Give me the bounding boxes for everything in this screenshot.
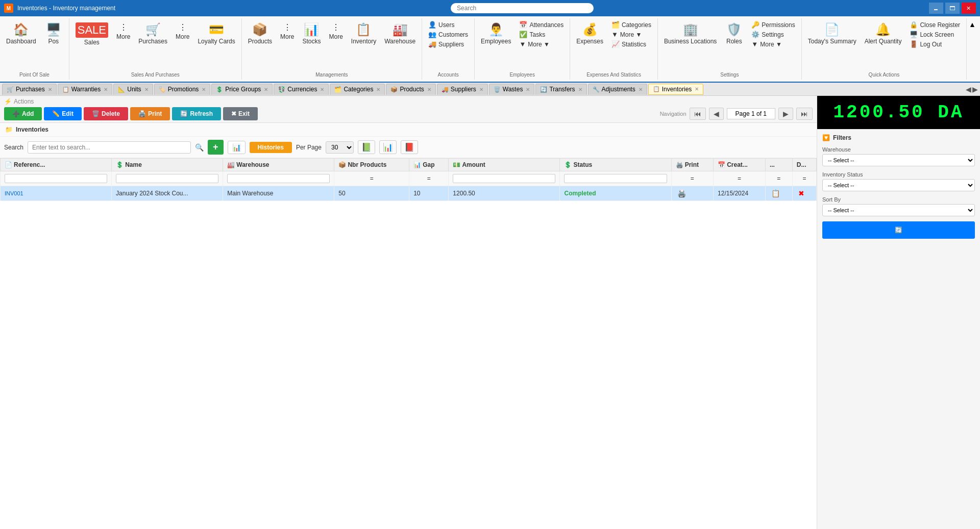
minimize-button[interactable]: 🗕 [929, 3, 943, 14]
sort-by-select[interactable]: -- Select -- Date Amount [822, 204, 975, 216]
todays-summary-button[interactable]: 📄 Today's Summary [805, 20, 860, 47]
filter-name-input[interactable] [116, 174, 218, 183]
tab-units-close[interactable]: ✕ [144, 87, 149, 92]
add-button[interactable]: ➕ Add [4, 107, 42, 120]
tab-inventories[interactable]: 📋 Inventories ✕ [648, 84, 704, 95]
th-print[interactable]: 🖨️ Print [671, 159, 713, 171]
alert-quantity-button[interactable]: 🔔 Alert Quantity [862, 20, 905, 47]
pos-button[interactable]: 🖥️ Pos [41, 20, 66, 47]
delete-button[interactable]: 🗑️ Delete [84, 107, 128, 120]
tasks-button[interactable]: ✅ Tasks [516, 30, 567, 39]
tab-currencies[interactable]: 💱 Currencies ✕ [274, 84, 329, 95]
warehouse-button[interactable]: 🏭 Warehouse [381, 20, 419, 47]
statistics-button[interactable]: 📈 Statistics [608, 40, 654, 48]
suppliers-button[interactable]: 🚚 Suppliers [425, 40, 471, 48]
tab-wastes[interactable]: 🗑️ Wastes ✕ [489, 84, 535, 95]
tab-products[interactable]: 📦 Products ✕ [386, 84, 435, 95]
close-register-button[interactable]: 🔒 Close Register [906, 20, 963, 29]
tab-suppliers[interactable]: 🚚 Suppliers ✕ [437, 84, 488, 95]
th-created[interactable]: 📅 Creat... [714, 159, 766, 171]
tab-transfers-close[interactable]: ✕ [578, 87, 582, 92]
edit-button[interactable]: ✏️ Edit [44, 107, 82, 120]
nav-last-button[interactable]: ⏭ [796, 108, 813, 120]
more-settings-button[interactable]: ▼ More ▼ [748, 40, 798, 48]
more-stocks-button[interactable]: ⋮ More [326, 20, 346, 42]
export-excel2-button[interactable]: 📊 [379, 140, 397, 154]
tab-products-close[interactable]: ✕ [427, 87, 431, 92]
inventory-status-select[interactable]: -- Select -- Completed Pending [822, 179, 975, 191]
filter-apply-button[interactable]: 🔄 [822, 221, 975, 239]
more-employees-button[interactable]: ▼ More ▼ [516, 40, 567, 48]
more-products-button[interactable]: ⋮ More [277, 20, 297, 42]
attendances-button[interactable]: 📅 Attendances [516, 20, 567, 29]
categories-button[interactable]: 🗂️ Categories [608, 20, 654, 29]
th-col2[interactable]: D... [792, 159, 816, 171]
tabs-scroll-right[interactable]: ▶ [972, 85, 978, 93]
exit-button[interactable]: ✖ Exit [223, 107, 258, 120]
nav-first-button[interactable]: ⏮ [690, 108, 706, 120]
export-csv-button[interactable]: 📊 [228, 141, 246, 154]
search-input[interactable] [28, 141, 191, 154]
th-nbr-products[interactable]: 📦 Nbr Products [334, 159, 409, 171]
more-purchases-button[interactable]: ⋮ More [173, 20, 192, 42]
th-reference[interactable]: 📄 Referenc... [1, 159, 112, 171]
stocks-button[interactable]: 📊 Stocks [299, 20, 324, 47]
filter-ref-input[interactable] [5, 174, 107, 183]
th-amount[interactable]: 💵 Amount [449, 159, 560, 171]
tab-inventories-close[interactable]: ✕ [695, 86, 699, 92]
per-page-select[interactable]: 30 50 100 [326, 141, 354, 154]
tab-wastes-close[interactable]: ✕ [526, 87, 530, 92]
histories-button[interactable]: Histories [250, 142, 292, 153]
th-warehouse[interactable]: 🏭 Warehouse [223, 159, 334, 171]
filter-warehouse-input[interactable] [227, 174, 330, 183]
collapse-ribbon-button[interactable]: ▲ [969, 20, 976, 29]
tab-price-groups-close[interactable]: ✕ [264, 87, 268, 92]
tab-warranties[interactable]: 📋 Warranties ✕ [58, 84, 113, 95]
customers-button[interactable]: 👥 Customers [425, 30, 471, 39]
more-sales-button[interactable]: ⋮ More [113, 20, 133, 42]
inventory-button[interactable]: 📋 Inventory [348, 20, 379, 47]
tab-units[interactable]: 📐 Units ✕ [113, 84, 153, 95]
row-delete-button[interactable]: ✖ [797, 189, 806, 198]
filter-status-input[interactable] [564, 174, 667, 183]
tab-warranties-close[interactable]: ✕ [104, 87, 108, 92]
permissions-button[interactable]: 🔑 Permissions [748, 20, 798, 29]
filter-amount-input[interactable] [453, 174, 555, 183]
nav-prev-button[interactable]: ◀ [709, 108, 724, 120]
roles-button[interactable]: 🛡️ Roles [722, 20, 746, 47]
row-action1-button[interactable]: 📋 [770, 189, 781, 198]
tab-promotions-close[interactable]: ✕ [202, 87, 206, 92]
export-pdf-button[interactable]: 📕 [401, 140, 418, 154]
th-name[interactable]: 💲 Name [112, 159, 223, 171]
sales-button[interactable]: SALE Sales [72, 20, 111, 48]
nav-next-button[interactable]: ▶ [778, 108, 793, 120]
search-icon-button[interactable]: 🔍 [195, 143, 204, 152]
export-excel-button[interactable]: 📗 [358, 140, 375, 154]
tab-currencies-close[interactable]: ✕ [320, 87, 324, 92]
maximize-button[interactable]: 🗖 [945, 3, 960, 14]
global-search-input[interactable] [451, 3, 594, 13]
tab-categories[interactable]: 🗂️ Categories ✕ [330, 84, 385, 95]
lock-screen-button[interactable]: 🖥️ Lock Screen [906, 30, 963, 39]
th-gap[interactable]: 📊 Gap [409, 159, 449, 171]
th-status[interactable]: 💲 Status [560, 159, 671, 171]
tab-categories-close[interactable]: ✕ [376, 87, 380, 92]
row-print-button[interactable]: 🖨️ [676, 189, 688, 198]
warehouse-filter-select[interactable]: -- Select -- Main Warehouse [822, 154, 975, 166]
ref-link[interactable]: INV001 [5, 190, 23, 196]
table-row[interactable]: INV001 January 2024 Stock Cou... Main Wa… [1, 186, 817, 201]
purchases-button[interactable]: 🛒 Purchases [135, 20, 170, 47]
close-button[interactable]: ✕ [962, 3, 976, 14]
refresh-button[interactable]: 🔄 Refresh [172, 107, 221, 120]
tab-suppliers-close[interactable]: ✕ [479, 87, 483, 92]
products-button[interactable]: 📦 Products [245, 20, 275, 47]
logout-button[interactable]: 🚪 Log Out [906, 40, 963, 48]
tabs-scroll-left[interactable]: ◀ [966, 85, 971, 93]
tab-purchases[interactable]: 🛒 Purchases ✕ [2, 84, 57, 95]
print-button[interactable]: 🖨️ Print [130, 107, 170, 120]
dashboard-button[interactable]: 🏠 Dashboard [3, 20, 39, 47]
tab-adjustments-close[interactable]: ✕ [639, 87, 643, 92]
more-expenses-button[interactable]: ▼ More ▼ [608, 30, 654, 39]
th-col1[interactable]: ... [765, 159, 792, 171]
loyalty-button[interactable]: 💳 Loyalty Cards [194, 20, 238, 47]
